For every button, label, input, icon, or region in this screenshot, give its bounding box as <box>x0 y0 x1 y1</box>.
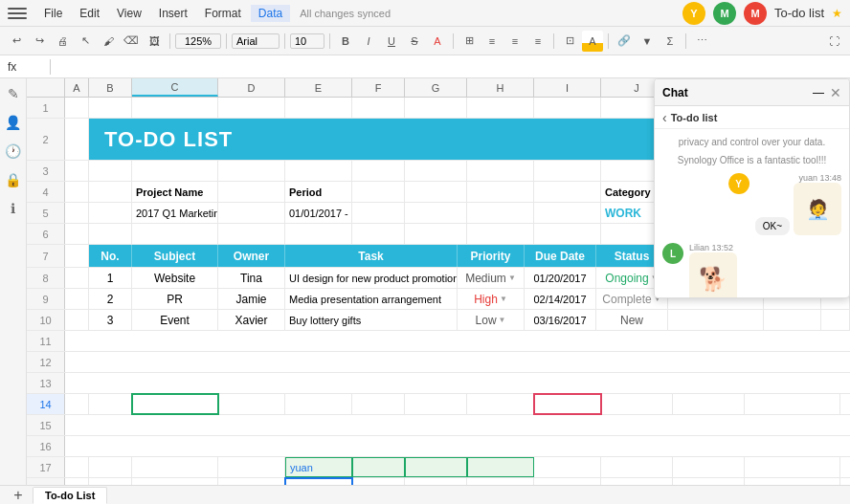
cell-row12[interactable] <box>65 352 850 372</box>
col-header-b[interactable]: B <box>89 78 132 97</box>
cell-h1[interactable] <box>467 98 534 118</box>
sidebar-pencil-icon[interactable]: ✎ <box>8 86 19 101</box>
cell-k14[interactable] <box>673 394 745 414</box>
merge-button[interactable]: ⊞ <box>459 31 480 52</box>
sidebar-lock-icon[interactable]: 🔒 <box>5 172 21 187</box>
cell-e3[interactable] <box>285 161 352 181</box>
cell-g18[interactable] <box>405 478 467 485</box>
align-center-button[interactable]: ≡ <box>504 31 526 52</box>
menu-view[interactable]: View <box>109 5 149 22</box>
cell-d17[interactable] <box>218 457 285 477</box>
cell-i18[interactable] <box>534 478 601 485</box>
cell-d18[interactable] <box>218 478 285 485</box>
menu-edit[interactable]: Edit <box>72 5 107 22</box>
priority-dropdown-1[interactable]: ▼ <box>508 274 516 282</box>
cell-a14[interactable] <box>65 394 89 414</box>
paint-button[interactable]: 🖌 <box>98 31 119 52</box>
sidebar-info-icon[interactable]: ℹ <box>11 201 15 216</box>
cell-f4[interactable] <box>352 182 405 202</box>
fill-color-button[interactable]: A <box>582 31 603 52</box>
cell-a6[interactable] <box>65 224 89 244</box>
cell-b5[interactable] <box>89 203 132 223</box>
cell-j14[interactable] <box>601 394 673 414</box>
cell-m14[interactable] <box>840 394 850 414</box>
col-header-i[interactable]: I <box>534 78 601 97</box>
star-icon[interactable]: ★ <box>832 7 842 20</box>
cell-j17[interactable] <box>601 457 673 477</box>
link-button[interactable]: 🔗 <box>614 31 635 52</box>
chat-back-button[interactable]: ‹ <box>662 110 667 125</box>
cell-f5[interactable] <box>352 203 405 223</box>
cell-g17-input[interactable] <box>405 457 467 477</box>
cell-a5[interactable] <box>65 203 89 223</box>
cell-a10[interactable] <box>65 310 89 330</box>
align-left-button[interactable]: ≡ <box>481 31 503 52</box>
cell-a17[interactable] <box>65 457 89 477</box>
formula-button[interactable]: Σ <box>660 31 681 52</box>
zoom-box[interactable]: 125% <box>175 33 221 49</box>
cell-e6[interactable] <box>285 224 352 244</box>
cell-b18[interactable] <box>89 478 132 485</box>
cell-a7[interactable] <box>65 245 89 267</box>
cell-c17[interactable] <box>132 457 218 477</box>
add-sheet-button[interactable]: + <box>8 485 29 505</box>
cell-d5[interactable] <box>218 203 285 223</box>
fullscreen-button[interactable]: ⛶ <box>823 31 844 52</box>
avatar-y[interactable]: Y <box>682 2 705 25</box>
cell-b17[interactable] <box>89 457 132 477</box>
cell-d4[interactable] <box>218 182 285 202</box>
cell-h14[interactable] <box>467 394 534 414</box>
cell-row11[interactable] <box>65 331 850 351</box>
cell-f3[interactable] <box>352 161 405 181</box>
cell-h17-input[interactable] <box>467 457 534 477</box>
cell-yuan-label[interactable]: yuan <box>285 457 352 477</box>
sidebar-clock-icon[interactable]: 🕐 <box>5 143 21 159</box>
col-header-g[interactable]: G <box>405 78 467 97</box>
cell-b1[interactable] <box>89 98 132 118</box>
menu-data[interactable]: Data <box>251 5 290 22</box>
cell-i3[interactable] <box>534 161 601 181</box>
cell-row16[interactable] <box>65 436 850 456</box>
cell-a2[interactable] <box>65 119 89 160</box>
underline-button[interactable]: U <box>381 31 402 52</box>
cell-i1[interactable] <box>534 98 601 118</box>
cell-f6[interactable] <box>352 224 405 244</box>
avatar-m2[interactable]: M <box>744 2 767 25</box>
font-selector[interactable]: Arial <box>232 33 280 49</box>
cell-g6[interactable] <box>405 224 467 244</box>
col-header-a[interactable]: A <box>65 78 89 97</box>
cell-c14-selected[interactable] <box>132 394 218 414</box>
sheet-tab-todo[interactable]: To-do List <box>33 487 107 504</box>
cell-i4[interactable] <box>534 182 601 202</box>
cell-g4[interactable] <box>405 182 467 202</box>
cell-a4[interactable] <box>65 182 89 202</box>
priority-dropdown-2[interactable]: ▼ <box>500 295 507 303</box>
cell-i17[interactable] <box>534 457 601 477</box>
cell-m10[interactable] <box>764 310 821 330</box>
cell-k18[interactable] <box>673 478 745 485</box>
cell-i14-selected[interactable] <box>534 394 601 414</box>
cell-c18[interactable] <box>132 478 218 485</box>
cell-k17[interactable] <box>673 457 745 477</box>
italic-button[interactable]: I <box>358 31 379 52</box>
cell-b4[interactable] <box>89 182 132 202</box>
cell-row13[interactable] <box>65 373 850 393</box>
col-header-c[interactable]: C <box>132 78 218 97</box>
cell-h3[interactable] <box>467 161 534 181</box>
cell-n10[interactable] <box>821 310 850 330</box>
cell-f1[interactable] <box>352 98 405 118</box>
menu-insert[interactable]: Insert <box>151 5 195 22</box>
cell-b14[interactable] <box>89 394 132 414</box>
cell-f18[interactable] <box>352 478 405 485</box>
col-header-d[interactable]: D <box>218 78 285 97</box>
cell-b3[interactable] <box>89 161 132 181</box>
cell-a9[interactable] <box>65 289 89 309</box>
cell-h18[interactable] <box>467 478 534 485</box>
cell-b6[interactable] <box>89 224 132 244</box>
cell-reference-3[interactable] <box>668 310 764 330</box>
avatar-m1[interactable]: M <box>713 2 736 25</box>
cell-a1[interactable] <box>65 98 89 118</box>
cell-d14[interactable] <box>218 394 285 414</box>
cell-j18[interactable] <box>601 478 673 485</box>
menu-file[interactable]: File <box>36 5 70 22</box>
